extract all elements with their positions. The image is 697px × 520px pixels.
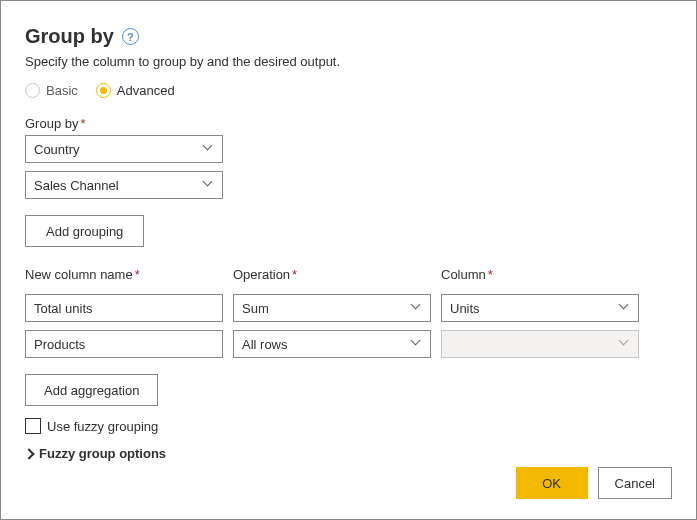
radio-advanced-label: Advanced — [117, 83, 175, 98]
agg-operation-select-1[interactable]: All rows — [233, 330, 431, 358]
select-value: Sales Channel — [34, 178, 119, 193]
checkbox-icon[interactable] — [25, 418, 41, 434]
dialog-subtitle: Specify the column to group by and the d… — [25, 54, 672, 69]
radio-advanced[interactable]: Advanced — [96, 83, 175, 98]
add-grouping-button[interactable]: Add grouping — [25, 215, 144, 247]
agg-name-input-1[interactable]: Products — [25, 330, 223, 358]
agg-operation-select-0[interactable]: Sum — [233, 294, 431, 322]
fuzzy-checkbox-label: Use fuzzy grouping — [47, 419, 158, 434]
col-operation-label: Operation* — [233, 267, 431, 282]
radio-basic-label: Basic — [46, 83, 78, 98]
chevron-down-icon — [204, 144, 214, 154]
add-aggregation-button[interactable]: Add aggregation — [25, 374, 158, 406]
fuzzy-checkbox-row[interactable]: Use fuzzy grouping — [25, 418, 672, 434]
groupby-label: Group by* — [25, 116, 672, 131]
fuzzy-expander-label: Fuzzy group options — [39, 446, 166, 461]
agg-column-select-0[interactable]: Units — [441, 294, 639, 322]
cancel-button[interactable]: Cancel — [598, 467, 672, 499]
radio-basic[interactable]: Basic — [25, 83, 78, 98]
chevron-right-icon — [23, 448, 34, 459]
chevron-down-icon — [620, 303, 630, 313]
required-marker: * — [80, 116, 85, 131]
groupby-select-0[interactable]: Country — [25, 135, 223, 163]
fuzzy-options-expander[interactable]: Fuzzy group options — [25, 446, 672, 461]
group-by-dialog: Group by ? Specify the column to group b… — [0, 0, 697, 520]
help-icon[interactable]: ? — [122, 28, 139, 45]
col-column-label: Column* — [441, 267, 639, 282]
radio-icon — [96, 83, 111, 98]
aggregation-row: Products All rows — [25, 330, 672, 358]
aggregation-row: Total units Sum Units — [25, 294, 672, 322]
col-name-label: New column name* — [25, 267, 223, 282]
ok-button[interactable]: OK — [516, 467, 588, 499]
dialog-footer: OK Cancel — [516, 467, 672, 499]
chevron-down-icon — [412, 339, 422, 349]
mode-radio-group: Basic Advanced — [25, 83, 672, 98]
radio-icon — [25, 83, 40, 98]
aggregation-header: New column name* Operation* Column* — [25, 267, 672, 286]
agg-name-input-0[interactable]: Total units — [25, 294, 223, 322]
dialog-title: Group by — [25, 25, 114, 48]
groupby-select-1[interactable]: Sales Channel — [25, 171, 223, 199]
title-row: Group by ? — [25, 21, 672, 52]
agg-column-select-1 — [441, 330, 639, 358]
chevron-down-icon — [620, 339, 630, 349]
select-value: Country — [34, 142, 80, 157]
chevron-down-icon — [412, 303, 422, 313]
chevron-down-icon — [204, 180, 214, 190]
